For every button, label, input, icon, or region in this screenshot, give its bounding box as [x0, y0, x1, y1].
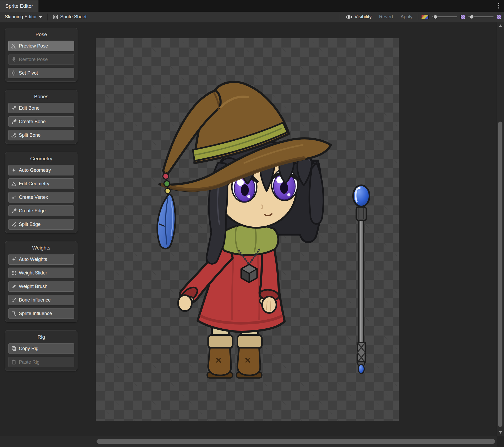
auto-geometry-icon [11, 167, 16, 173]
panel-title: Geometry [8, 156, 74, 162]
button-label: Paste Rig [19, 359, 40, 365]
staff-top-cap [356, 207, 366, 220]
cube-pendant [241, 264, 257, 282]
sprite-influence-button[interactable]: Sprite Influence [8, 308, 74, 319]
color-swatch-icon[interactable] [421, 15, 429, 19]
edit-bone-button[interactable]: Edit Bone [8, 103, 74, 113]
right-boot-cuff [237, 335, 262, 348]
button-label: Edit Bone [19, 105, 40, 111]
opacity-slider-knob[interactable] [433, 15, 437, 19]
panel-title: Rig [8, 334, 74, 340]
set-pivot-icon [11, 70, 16, 76]
button-label: Create Bone [19, 119, 46, 124]
sprite-sheet-label: Sprite Sheet [60, 14, 86, 20]
restore-pose-icon [11, 57, 16, 62]
bone-influence-button[interactable]: Bone Influence [8, 295, 74, 305]
weight-slider-button[interactable]: Weight Slider [8, 268, 74, 278]
button-label: Auto Weights [19, 257, 47, 262]
create-edge-icon [11, 208, 16, 213]
sprite-opacity-icon [460, 15, 465, 19]
sprite-image [96, 38, 399, 421]
paste-rig-icon [11, 359, 16, 365]
hat-beads [163, 173, 170, 195]
weight-brush-button[interactable]: Weight Brush [8, 281, 74, 292]
sprite-influence-icon [11, 311, 16, 316]
button-label: Weight Brush [19, 284, 47, 289]
auto-geometry-button[interactable]: Auto Geometry [8, 165, 74, 175]
scrollbar-corner [497, 436, 504, 447]
button-label: Split Edge [19, 222, 41, 227]
copy-rig-button[interactable]: Copy Rig [8, 343, 74, 354]
vertical-scroll-thumb[interactable] [498, 122, 502, 427]
kebab-menu-icon[interactable] [497, 2, 500, 10]
window-title: Sprite Editor [5, 3, 33, 9]
create-vertex-icon [11, 195, 16, 200]
vertical-scrollbar[interactable] [497, 22, 504, 436]
sprite-canvas[interactable] [96, 38, 399, 421]
mode-dropdown-label: Skinning Editor [5, 14, 37, 20]
scroll-up-arrow-icon[interactable] [499, 24, 502, 27]
copy-rig-icon [11, 346, 16, 351]
button-label: Preview Pose [19, 43, 48, 49]
revert-button[interactable]: Revert [377, 13, 395, 21]
button-label: Edit Geometry [19, 181, 49, 187]
split-bone-icon [11, 132, 16, 138]
horizontal-scroll-thumb[interactable] [97, 439, 495, 444]
set-pivot-button[interactable]: Set Pivot [8, 68, 74, 78]
visibility-label: Visibility [354, 14, 372, 20]
panel-pose: Pose Preview Pose Restore Pose Set Pivot [5, 28, 77, 82]
toolbar-divider [418, 14, 418, 20]
edit-bone-icon [11, 105, 16, 111]
split-bone-button[interactable]: Split Bone [8, 130, 74, 140]
restore-pose-button[interactable]: Restore Pose [8, 54, 74, 65]
button-label: Restore Pose [19, 57, 48, 62]
feather [157, 195, 175, 249]
tool-sidebar: Pose Preview Pose Restore Pose Set Pivot… [5, 28, 77, 379]
staff [353, 185, 370, 373]
opacity-slider[interactable] [432, 16, 457, 17]
toolbar: Skinning Editor Sprite Sheet Visibility … [0, 12, 504, 22]
bone-opacity-slider-knob[interactable] [470, 15, 474, 19]
bone-opacity-slider[interactable] [468, 16, 494, 17]
left-hand [178, 295, 193, 311]
horizontal-scrollbar[interactable] [0, 436, 497, 447]
edit-geometry-button[interactable]: Edit Geometry [8, 178, 74, 189]
eye-icon [345, 15, 352, 19]
button-label: Copy Rig [19, 346, 38, 351]
edit-geometry-icon [11, 181, 16, 186]
preview-pose-button[interactable]: Preview Pose [8, 41, 74, 51]
button-label: Bone Influence [19, 297, 51, 303]
staff-wrap [357, 342, 365, 363]
create-bone-button[interactable]: Create Bone [8, 116, 74, 127]
staff-bottom-gem [358, 364, 364, 373]
button-label: Weight Slider [19, 270, 47, 276]
button-label: Split Bone [19, 132, 41, 138]
visibility-button[interactable]: Visibility [343, 13, 374, 21]
character [157, 82, 331, 378]
split-edge-button[interactable]: Split Edge [8, 219, 74, 230]
auto-weights-button[interactable]: Auto Weights [8, 254, 74, 265]
create-bone-icon [11, 119, 16, 124]
panel-title: Weights [8, 245, 74, 251]
create-edge-button[interactable]: Create Edge [8, 205, 74, 216]
mode-dropdown[interactable]: Skinning Editor [3, 13, 44, 21]
left-boot-cuff [208, 335, 233, 348]
apply-label: Apply [401, 14, 412, 20]
create-vertex-button[interactable]: Create Vertex [8, 192, 74, 203]
chevron-down-icon [39, 16, 42, 18]
scarf [221, 224, 279, 255]
paste-rig-button[interactable]: Paste Rig [8, 357, 74, 367]
weight-brush-icon [11, 284, 16, 289]
button-label: Create Edge [19, 208, 46, 214]
sprite-sheet-icon [53, 14, 58, 19]
panel-bones: Bones Edit Bone Create Bone Split Bone [5, 90, 77, 144]
panel-rig: Rig Copy Rig Paste Rig [5, 330, 77, 371]
sprite-sheet-button[interactable]: Sprite Sheet [51, 13, 89, 21]
sprite-editor-tab[interactable]: Sprite Editor [0, 0, 38, 12]
button-label: Set Pivot [19, 70, 38, 76]
scroll-down-arrow-icon[interactable] [499, 431, 502, 434]
right-side-lock [310, 163, 324, 224]
split-edge-icon [11, 222, 16, 227]
apply-button[interactable]: Apply [398, 13, 415, 21]
toolbar-divider [340, 14, 340, 20]
